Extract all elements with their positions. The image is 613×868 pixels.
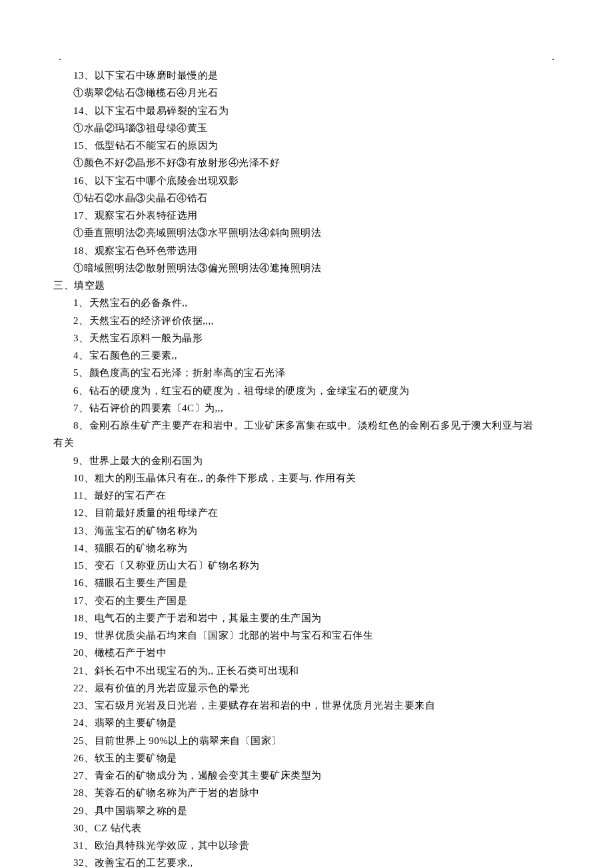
fill-item-27: 27、青金石的矿物成分为，遏酸会变其主要矿床类型为 <box>53 767 560 784</box>
fill-item-16: 16、猫眼石主要生产国是 <box>53 574 560 591</box>
fill-item-1: 1、天然宝石的必备条件,, <box>53 294 560 311</box>
fill-item-18: 18、电气石的主要产于岩和岩中，其最主要的生产国为 <box>53 609 560 627</box>
fill-item-6: 6、钻石的硬度为，红宝石的硬度为，祖母绿的硬度为，金绿宝石的硬度为 <box>53 382 560 399</box>
mcq-question-16: 16、以下宝石中哪个底陵会出现双影 <box>53 172 560 189</box>
mcq-options-14: ①水晶②玛瑙③祖母绿④黄玉 <box>53 119 560 137</box>
fill-item-2: 2、天然宝石的经济评价依据,,,, <box>53 312 560 329</box>
document-body: 13、以下宝石中琢磨时最慢的是①翡翠②钻石③橄榄石④月光石14、以下宝石中最易碎… <box>53 67 560 868</box>
fill-item-4: 4、宝石颜色的三要素,, <box>53 347 560 364</box>
mcq-options-17: ①垂直照明法②亮域照明法③水平照明法④斜向照明法 <box>53 224 560 241</box>
fill-item-21: 21、斜长石中不出现宝石的为,, 正长石类可出现和 <box>53 662 560 679</box>
fill-item-19: 19、世界优质尖晶石均来自〔国家〕北部的岩中与宝石和宝石伴生 <box>53 627 560 644</box>
fill-item-8-cont: 有关 <box>53 434 560 451</box>
fill-item-28: 28、芙蓉石的矿物名称为产于岩的岩脉中 <box>53 784 560 801</box>
corner-mark-tr: . <box>552 48 554 65</box>
fill-item-5: 5、颜色度高的宝石光泽；折射率高的宝石光泽 <box>53 364 560 381</box>
fill-item-17: 17、变石的主要生产国是 <box>53 592 560 609</box>
fill-item-26: 26、软玉的主要矿物是 <box>53 749 560 767</box>
fill-item-10: 10、粗大的刚玉晶体只有在,, 的条件下形成，主要与, 作用有关 <box>53 469 560 487</box>
fill-item-29: 29、具中国翡翠之称的是 <box>53 802 560 819</box>
fill-item-23: 23、宝石级月光岩及日光岩，主要赋存在岩和岩的中，世界优质月光岩主要来自 <box>53 697 560 714</box>
fill-item-24: 24、翡翠的主要矿物是 <box>53 714 560 731</box>
fill-item-30: 30、CZ 钻代表 <box>53 819 560 837</box>
mcq-question-14: 14、以下宝石中最易碎裂的宝石为 <box>53 102 560 119</box>
section-3-heading: 三、填空题 <box>53 277 560 294</box>
fill-item-14: 14、猫眼石的矿物名称为 <box>53 539 560 557</box>
fill-item-15: 15、变石〔又称亚历山大石〕矿物名称为 <box>53 557 560 574</box>
fill-item-13: 13、海蓝宝石的矿物名称为 <box>53 522 560 539</box>
mcq-options-15: ①颜色不好②晶形不好③有放射形④光泽不好 <box>53 154 560 171</box>
fill-item-9: 9、世界上最大的金刚石国为 <box>53 452 560 469</box>
mcq-question-13: 13、以下宝石中琢磨时最慢的是 <box>53 67 560 84</box>
mcq-options-16: ①钻石②水晶③尖晶石④锆石 <box>53 189 560 207</box>
fill-item-8: 8、金刚石原生矿产主要产在和岩中。工业矿床多富集在或中。淡粉红色的金刚石多见于澳… <box>53 417 560 434</box>
mcq-question-15: 15、低型钻石不能宝石的原因为 <box>53 137 560 154</box>
fill-item-20: 20、橄榄石产于岩中 <box>53 644 560 661</box>
fill-item-12: 12、目前最好质量的祖母绿产在 <box>53 504 560 521</box>
mcq-question-17: 17、观察宝石外表特征选用 <box>53 207 560 224</box>
fill-item-32: 32、改善宝石的工艺要求,, <box>53 854 560 868</box>
fill-item-7: 7、钻石评价的四要素〔4C〕为,,, <box>53 399 560 417</box>
fill-item-31: 31、欧泊具特殊光学效应，其中以珍贵 <box>53 837 560 854</box>
mcq-options-18: ①暗域照明法②散射照明法③偏光照明法④遮掩照明法 <box>53 259 560 277</box>
corner-mark-tl: . <box>59 48 61 65</box>
mcq-options-13: ①翡翠②钻石③橄榄石④月光石 <box>53 84 560 101</box>
fill-item-3: 3、天然宝石原料一般为晶形 <box>53 329 560 347</box>
mcq-question-18: 18、观察宝石色环色带选用 <box>53 242 560 259</box>
fill-item-11: 11、最好的宝石产在 <box>53 487 560 504</box>
fill-item-22: 22、最有价值的月光岩应显示色的晕光 <box>53 679 560 697</box>
fill-item-25: 25、目前世界上 90%以上的翡翠来自〔国家〕 <box>53 732 560 749</box>
